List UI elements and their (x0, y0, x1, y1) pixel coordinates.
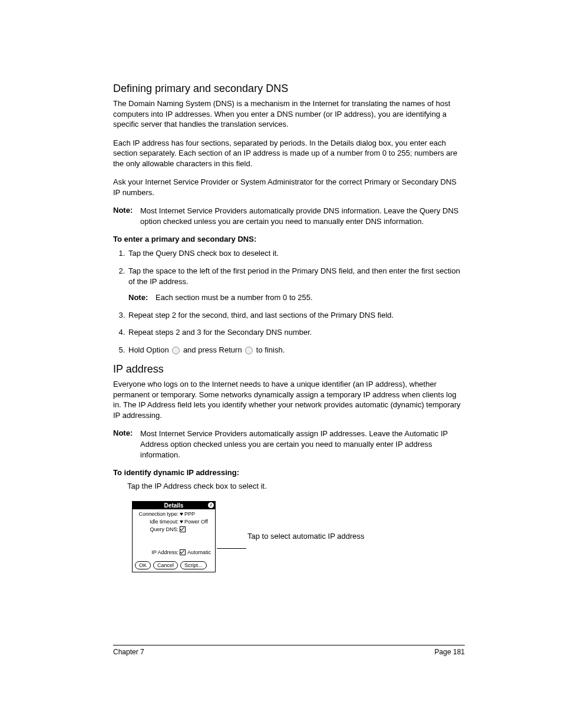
footer-left: Chapter 7 (113, 648, 144, 656)
heading-ip: IP address (113, 363, 465, 375)
inner-note: Note: Each section must be a number from… (128, 292, 465, 303)
note-block: Note: Most Internet Service Providers au… (113, 429, 465, 460)
dropdown[interactable]: PPP (180, 511, 195, 517)
list-item: Tap the Query DNS check box to deselect … (127, 248, 465, 259)
note-label: Note: (113, 429, 140, 460)
option-key-icon (172, 347, 180, 354)
details-dialog: Details i Connection type: PPP Idle time… (132, 501, 216, 572)
field-label: Connection type: (135, 511, 180, 517)
chevron-down-icon (180, 521, 183, 523)
note-block: Note: Most Internet Service Providers au… (113, 206, 465, 226)
body-text: Everyone who logs on to the Internet nee… (113, 379, 465, 420)
note-label: Note: (113, 206, 140, 226)
body-text: The Domain Naming System (DNS) is a mech… (113, 98, 465, 130)
list-item: Repeat step 2 for the second, third, and… (127, 310, 465, 321)
return-key-icon (245, 347, 253, 354)
callout-leader-line (217, 548, 246, 549)
body-text: Ask your Internet Service Provider or Sy… (113, 177, 465, 197)
checkbox[interactable] (180, 526, 187, 532)
note-body: Each section must be a number from 0 to … (156, 292, 313, 303)
dropdown[interactable]: Power Off (180, 519, 208, 525)
field-value: PPP (184, 511, 195, 517)
dialog-title-bar: Details i (133, 502, 215, 509)
info-icon: i (208, 502, 214, 508)
script-button[interactable]: Script... (180, 561, 207, 569)
field-row: Idle timeout: Power Off (135, 519, 213, 525)
callout-label: Tap to select automatic IP address (247, 532, 364, 541)
chevron-down-icon (180, 513, 183, 516)
body-text: Each IP address has four sections, separ… (113, 138, 465, 169)
note-body: Most Internet Service Providers automati… (140, 206, 465, 226)
field-value: Automatic (187, 549, 211, 555)
page-footer: Chapter 7 Page 181 (113, 645, 465, 656)
dialog-title: Details (164, 502, 184, 509)
list-item: Hold Option and press Return to finish. (127, 345, 465, 355)
page: Defining primary and secondary DNS The D… (0, 0, 562, 728)
note-body: Most Internet Service Providers automati… (140, 429, 465, 460)
field-label: IP Address: (135, 549, 180, 555)
list-item: Repeat steps 2 and 3 for the Secondary D… (127, 327, 465, 338)
checkbox-icon (180, 549, 186, 555)
field-row: Query DNS: (135, 526, 213, 532)
callout-text: Tap to select automatic IP address (247, 532, 364, 542)
heading-dns: Defining primary and secondary DNS (113, 83, 465, 95)
subheading: To enter a primary and secondary DNS: (113, 235, 465, 243)
field-label: Idle timeout: (135, 519, 180, 525)
checkbox-icon (180, 526, 186, 532)
checkbox[interactable]: Automatic (180, 549, 211, 555)
field-row: Connection type: PPP (135, 511, 213, 517)
step-text: and press Return (183, 345, 244, 354)
field-row: IP Address: Automatic (135, 549, 213, 555)
note-label: Note: (128, 292, 156, 303)
step-text: to finish. (256, 345, 285, 354)
steps-list: Tap the Query DNS check box to deselect … (113, 248, 465, 355)
footer-right: Page 181 (435, 648, 465, 656)
list-item: Tap the space to the left of the first p… (127, 266, 465, 303)
field-label: Query DNS: (135, 526, 180, 532)
cancel-button[interactable]: Cancel (153, 561, 178, 569)
step-text: Tap the space to the left of the first p… (128, 266, 460, 286)
button-row: OK Cancel Script... (133, 559, 215, 572)
ok-button[interactable]: OK (135, 561, 151, 569)
dialog-body: Connection type: PPP Idle timeout: Power… (133, 509, 215, 559)
field-value: Power Off (184, 519, 208, 525)
instruction-text: Tap the IP Address check box to select i… (127, 482, 465, 490)
subheading: To identify dynamic IP addressing: (113, 468, 465, 477)
step-text: Hold Option (128, 345, 171, 354)
spacer (135, 534, 213, 549)
figure: Details i Connection type: PPP Idle time… (132, 501, 465, 572)
